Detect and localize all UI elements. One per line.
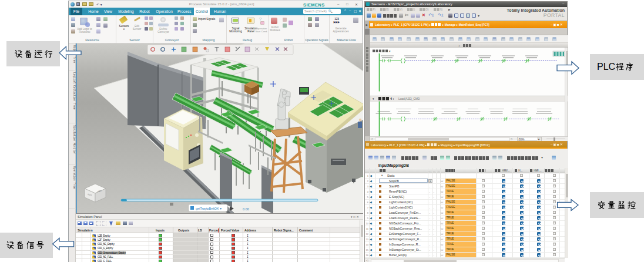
svg-text:PLC: PLC bbox=[597, 62, 615, 72]
svg-text:0.00: 0.00 bbox=[243, 207, 249, 211]
svg-text:getTraytoBeltOK ▾: getTraytoBeltOK ▾ bbox=[196, 207, 222, 210]
svg-text:▾: ▾ bbox=[389, 49, 391, 53]
svg-text:4 :: 4 : bbox=[390, 97, 394, 100]
svg-text:Load(A2E)_CMD: Load(A2E)_CMD bbox=[398, 98, 420, 100]
